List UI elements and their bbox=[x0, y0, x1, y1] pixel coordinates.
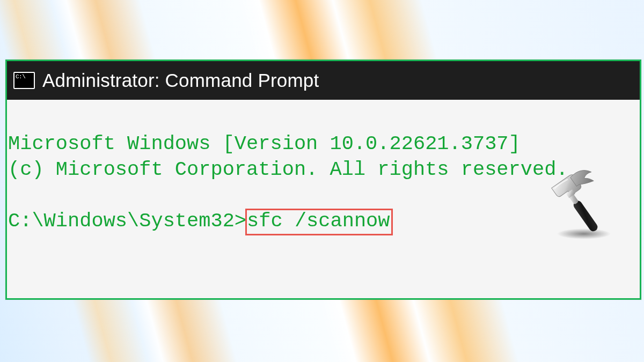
command-prompt-icon bbox=[13, 72, 35, 89]
command-highlight: sfc /scannow bbox=[245, 209, 392, 235]
version-line: Microsoft Windows [Version 10.0.22621.37… bbox=[8, 131, 640, 157]
prompt-path: C:\Windows\System32> bbox=[8, 210, 246, 232]
window-titlebar[interactable]: Administrator: Command Prompt bbox=[7, 61, 640, 100]
command-prompt-window: Administrator: Command Prompt Microsoft … bbox=[5, 60, 641, 300]
svg-point-0 bbox=[557, 228, 611, 239]
hammer-icon bbox=[542, 166, 617, 241]
typed-command: sfc /scannow bbox=[247, 210, 390, 232]
window-title: Administrator: Command Prompt bbox=[42, 70, 319, 91]
svg-rect-1 bbox=[572, 199, 599, 233]
